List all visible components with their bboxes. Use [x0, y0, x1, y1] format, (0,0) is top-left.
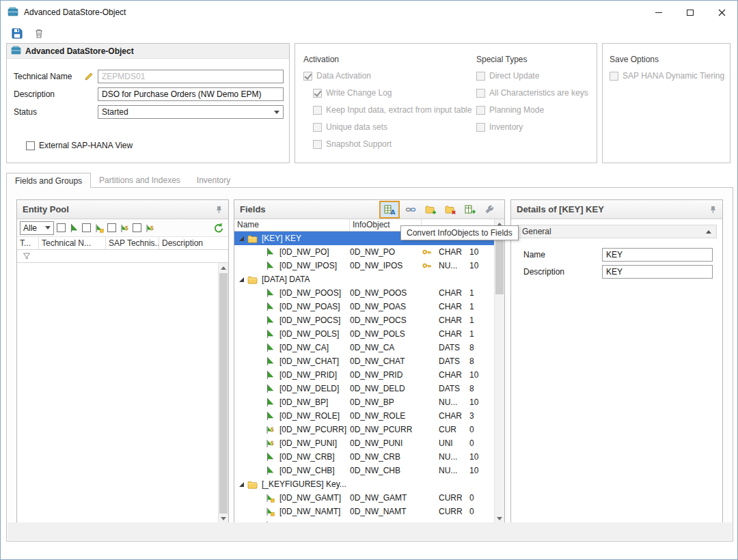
entity-filter-checkbox[interactable]: [82, 223, 91, 232]
tab-inventory[interactable]: Inventory: [189, 173, 238, 188]
activation-checkbox[interactable]: [313, 89, 322, 98]
technical-name-input[interactable]: [98, 70, 284, 83]
fields-group-row[interactable]: [DATA] DATA: [234, 272, 494, 286]
entity-filter-row[interactable]: [17, 250, 228, 263]
special-type-checkbox[interactable]: [476, 123, 485, 132]
entity-pool-list[interactable]: [17, 263, 218, 524]
fields-field-row[interactable]: [0D_NW_CHB]0D_NW_CHBNU...10: [234, 464, 494, 477]
entity-filter-checkbox[interactable]: [107, 223, 116, 232]
entity-column-header[interactable]: SAP Technis...: [106, 237, 159, 249]
fields-field-row[interactable]: [0D_NW_IPOS]0D_NW_IPOSNU...10: [234, 259, 494, 272]
infoobject-name: 0D_NW_CRB: [350, 452, 422, 462]
special-type-checkbox[interactable]: [476, 89, 485, 98]
add-group-button[interactable]: [422, 201, 439, 218]
general-section-header[interactable]: General: [517, 225, 717, 238]
special-type-checkbox[interactable]: [476, 106, 485, 115]
save-option-checkbox[interactable]: [610, 72, 618, 81]
fields-field-row[interactable]: [0D_NW_BP]0D_NW_BPNU...10: [234, 395, 494, 409]
special-type-checkbox[interactable]: [476, 72, 485, 81]
minimize-button[interactable]: [643, 1, 674, 24]
fields-field-row[interactable]: [0D_NW_CRB]0D_NW_CRBNU...10: [234, 450, 494, 464]
status-row: Status Started: [7, 105, 289, 119]
fields-field-row[interactable]: [0D_NW_CHAT]0D_NW_CHATDATS8: [234, 354, 494, 368]
activation-checkbox[interactable]: [313, 140, 322, 149]
status-value: Started: [102, 107, 128, 117]
close-button[interactable]: [706, 1, 737, 24]
save-button[interactable]: [10, 27, 24, 40]
currency-icon: $: [265, 425, 276, 434]
entity-filter-checkbox[interactable]: [133, 223, 141, 232]
field-name: [0D_NW_PCURR]: [279, 425, 346, 434]
dso-app-icon: [8, 7, 18, 18]
data-length: 0: [469, 507, 494, 516]
edit-tools-button[interactable]: [481, 201, 499, 218]
save-options-title: Save Options: [610, 55, 724, 64]
entity-column-header[interactable]: Description: [159, 237, 228, 249]
activation-checkbox[interactable]: [303, 72, 312, 81]
entity-filter-checkbox[interactable]: [57, 223, 66, 232]
fields-field-row[interactable]: [0D_NW_PO]0D_NW_POCHAR10: [234, 245, 494, 259]
activation-option: Snapshot Support: [313, 139, 472, 149]
pin-icon[interactable]: [709, 206, 717, 214]
scroll-up-icon[interactable]: [219, 263, 228, 273]
maximize-button[interactable]: [674, 1, 706, 24]
details-panel: Details of [KEY] KEY General Name Descri…: [510, 199, 723, 524]
associate-infoobject-button[interactable]: [402, 201, 420, 218]
infoobject-name: 0D_NW_POAS: [350, 302, 422, 311]
edit-technical-name-button[interactable]: [82, 70, 96, 83]
fields-field-row[interactable]: [0D_NW_POLS]0D_NW_POLSCHAR1: [234, 327, 494, 341]
fields-field-row[interactable]: [0D_NW_PRID]0D_NW_PRIDCHAR10: [234, 368, 494, 382]
fields-field-row[interactable]: [0D_NW_POAS]0D_NW_POASCHAR1: [234, 300, 494, 313]
fields-field-row[interactable]: $[0D_NW_PUNI]0D_NW_PUNIUNI0: [234, 436, 494, 450]
entity-type-value: Alle: [23, 223, 37, 233]
entity-pool-scrollbar[interactable]: [218, 263, 228, 524]
name-cell: [0D_NW_PO]: [234, 247, 350, 257]
data-type: CURR: [439, 493, 469, 503]
entity-column-header[interactable]: Technical N...: [39, 237, 106, 249]
field-name: [0D_NW_PO]: [279, 247, 329, 257]
tab-fields-and-groups[interactable]: Fields and Groups: [6, 173, 91, 188]
fields-group-row[interactable]: [_KEYFIGURES] Key...: [234, 477, 494, 491]
activation-checkbox[interactable]: [313, 106, 322, 115]
entity-type-dropdown[interactable]: Alle: [20, 221, 54, 235]
expand-icon[interactable]: [239, 482, 244, 487]
activation-checkbox[interactable]: [313, 123, 322, 132]
tab-partitions-and-indexes[interactable]: Partitions and Indexes: [91, 173, 189, 188]
special-type-option: All Characteristics are keys: [476, 88, 588, 98]
fields-field-row[interactable]: [0D_NW_NAMT]0D_NW_NAMTCURR0: [234, 505, 494, 518]
fields-field-row[interactable]: [0D_NW_POOS]0D_NW_POOSCHAR1: [234, 286, 494, 300]
fields-scrollbar[interactable]: [494, 219, 504, 524]
description-input[interactable]: [98, 87, 284, 101]
infoobject-name: 0D_NW_PRID: [350, 370, 422, 380]
expand-icon[interactable]: [239, 236, 244, 241]
status-dropdown[interactable]: Started: [98, 105, 284, 119]
data-length: 8: [469, 384, 494, 393]
details-description-input[interactable]: [602, 265, 713, 279]
field-name: [0D_NW_POAS]: [279, 302, 340, 311]
fields-field-row[interactable]: [0D_NW_POCS]0D_NW_POCSCHAR1: [234, 313, 494, 327]
convert-infoobjects-to-fields-button[interactable]: A: [379, 201, 400, 219]
external-hana-view-checkbox[interactable]: [26, 141, 35, 150]
name-cell: [0D_NW_POAS]: [234, 302, 350, 311]
delete-button[interactable]: [32, 27, 46, 40]
refresh-button[interactable]: [212, 221, 226, 235]
scroll-thumb[interactable]: [219, 273, 228, 514]
fields-field-row[interactable]: [0D_NW_ROLE]0D_NW_ROLECHAR3: [234, 409, 494, 423]
data-length: 10: [469, 466, 494, 475]
pin-icon[interactable]: [215, 206, 223, 214]
fields-field-row[interactable]: [0D_NW_DELD]0D_NW_DELDDATS8: [234, 382, 494, 395]
export-fields-button[interactable]: [461, 201, 479, 218]
data-length: 10: [469, 247, 494, 257]
fields-field-row[interactable]: $[0D_NW_PCURR]0D_NW_PCURRCUR0: [234, 423, 494, 436]
entity-pool-title: Entity Pool: [23, 204, 69, 214]
expand-icon[interactable]: [239, 277, 244, 282]
entity-column-header[interactable]: T...: [17, 237, 39, 249]
details-name-input[interactable]: [602, 248, 713, 262]
data-type: CHAR: [439, 288, 469, 298]
folder-icon: [247, 275, 258, 284]
fields-field-row[interactable]: [0D_NW_GAMT]0D_NW_GAMTCURR0: [234, 491, 494, 505]
remove-group-button[interactable]: [441, 201, 459, 218]
fields-field-row[interactable]: [0D_NW_CA]0D_NW_CADATS8: [234, 341, 494, 354]
fields-column-name[interactable]: Name: [234, 219, 350, 231]
activation-label: Snapshot Support: [326, 139, 392, 149]
